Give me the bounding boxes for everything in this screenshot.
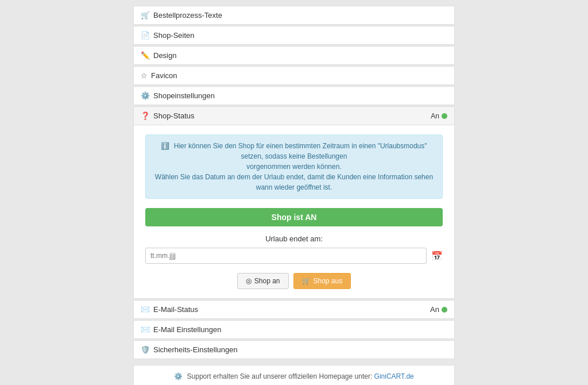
button-row: ◎ Shop an 🛒 Shop aus	[145, 273, 443, 289]
email-status-label: E-Mail-Status	[153, 305, 198, 314]
shop-status-title: Shop-Status	[153, 111, 195, 120]
accordion-bestellprozess[interactable]: 🛒 Bestellprozess-Texte	[133, 6, 455, 25]
shop-an-label: Shop an	[254, 277, 280, 285]
shop-status-header[interactable]: ❓ Shop-Status An	[134, 107, 454, 125]
email-status-dot	[442, 307, 447, 313]
accordion-label-shop-seiten: Shop-Seiten	[153, 31, 195, 40]
page-icon: 📄	[141, 31, 150, 40]
urlaub-label: Urlaub endet am:	[145, 234, 443, 243]
email-status-header[interactable]: ✉️ E-Mail-Status An	[134, 301, 454, 318]
date-input[interactable]	[145, 248, 427, 264]
accordion-shop-seiten[interactable]: 📄 Shop-Seiten	[133, 26, 455, 45]
shop-an-icon: ◎	[246, 277, 252, 285]
shop-status-header-left: ❓ Shop-Status	[141, 111, 195, 120]
email-icon: ✉️	[141, 305, 150, 314]
cart-icon: 🛒	[141, 11, 150, 20]
shop-aus-icon: 🛒	[302, 277, 311, 285]
star-icon: ☆	[141, 71, 148, 80]
email-status-badge-area: An	[430, 305, 447, 314]
support-link[interactable]: GiniCART.de	[374, 372, 414, 380]
email-status-header-left: ✉️ E-Mail-Status	[141, 305, 198, 314]
support-gear-icon: ⚙️	[174, 372, 183, 380]
accordion-label-shopeinstellungen: Shopeinstellungen	[153, 91, 215, 100]
shop-status-section: ❓ Shop-Status An ℹ️ Hier können Sie den …	[133, 106, 455, 299]
status-dot	[442, 113, 447, 119]
email-settings-icon: ✉️	[141, 325, 150, 334]
shop-status-body: ℹ️ Hier können Sie den Shop für einen be…	[134, 125, 454, 298]
accordion-label-favicon: Favicon	[151, 71, 177, 80]
accordion-header-shopeinstellungen[interactable]: ⚙️ Shopeinstellungen	[134, 87, 454, 105]
accordion-header-email-einstellungen[interactable]: ✉️ E-Mail Einstellungen	[134, 321, 454, 338]
date-input-row: 📅	[145, 248, 443, 264]
shop-status-badge-area: An	[431, 112, 447, 120]
accordion-label-email-einstellungen: E-Mail Einstellungen	[153, 325, 222, 334]
support-text: Support erhalten Sie auf unserer offizie…	[187, 372, 373, 380]
shop-an-button[interactable]: ◎ Shop an	[237, 273, 289, 289]
info-icon: ℹ️	[161, 142, 169, 150]
accordion-shopeinstellungen[interactable]: ⚙️ Shopeinstellungen	[133, 86, 455, 105]
accordion-header-favicon[interactable]: ☆ Favicon	[134, 67, 454, 84]
accordion-design[interactable]: ✏️ Design	[133, 46, 455, 65]
info-text-line3: Wählen Sie das Datum an dem der Urlaub e…	[155, 173, 433, 191]
email-status-badge: An	[430, 305, 439, 314]
accordion-header-shop-seiten[interactable]: 📄 Shop-Seiten	[134, 26, 454, 44]
accordion-label-design: Design	[153, 51, 176, 60]
accordion-favicon[interactable]: ☆ Favicon	[133, 66, 455, 85]
shop-aus-label: Shop aus	[314, 277, 343, 285]
accordion-header-sicherheit[interactable]: 🛡️ Sicherheits-Einstellungen	[134, 341, 454, 359]
accordion-header-bestellprozess[interactable]: 🛒 Bestellprozess-Texte	[134, 6, 454, 24]
gear-icon: ⚙️	[141, 91, 150, 100]
support-box: ⚙️ Support erhalten Sie auf unserer offi…	[133, 365, 455, 385]
info-text-line2: vorgenommen werden können.	[246, 163, 341, 171]
shield-icon: 🛡️	[141, 345, 150, 354]
accordion-header-design[interactable]: ✏️ Design	[134, 47, 454, 64]
shop-aus-button[interactable]: 🛒 Shop aus	[293, 273, 351, 289]
email-status-section: ✉️ E-Mail-Status An	[133, 300, 455, 319]
calendar-icon[interactable]: 📅	[431, 251, 443, 261]
shop-status-badge: An	[431, 112, 439, 120]
info-text-line1: Hier können Sie den Shop für einen besti…	[174, 142, 427, 160]
accordion-sicherheit[interactable]: 🛡️ Sicherheits-Einstellungen	[133, 340, 455, 359]
info-box: ℹ️ Hier können Sie den Shop für einen be…	[145, 134, 443, 199]
shop-ist-an-badge: Shop ist AN	[145, 208, 443, 226]
accordion-label-sicherheit: Sicherheits-Einstellungen	[153, 345, 238, 354]
accordion-label-bestellprozess: Bestellprozess-Texte	[153, 11, 222, 20]
question-icon: ❓	[141, 111, 150, 120]
pencil-icon: ✏️	[141, 51, 150, 60]
accordion-email-einstellungen[interactable]: ✉️ E-Mail Einstellungen	[133, 320, 455, 339]
